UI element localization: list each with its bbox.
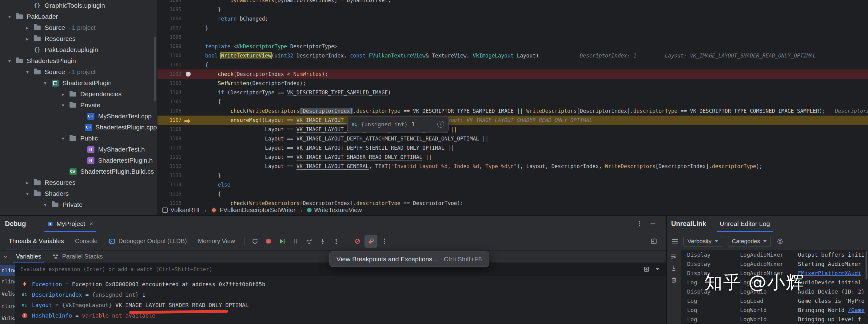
tab-debugger-output-lldb[interactable]: Debugger Output (LLDB)	[103, 232, 192, 251]
mute-breakpoints-button[interactable]	[351, 235, 364, 248]
filter-menu-icon[interactable]	[672, 239, 678, 244]
line-number[interactable]: 1110	[157, 143, 182, 153]
tab-console[interactable]: Console	[69, 232, 103, 251]
line-number[interactable]: 1103	[157, 79, 182, 88]
more-button[interactable]	[378, 235, 391, 248]
line-number[interactable]: 1098	[157, 33, 182, 42]
line-number[interactable]: 1104	[157, 88, 182, 97]
evaluate-icon[interactable]	[644, 266, 650, 272]
line-number[interactable]: 1096	[157, 14, 182, 23]
tree-item-source[interactable]: ▾Source· 1 project	[0, 66, 157, 77]
tab-threads-variables[interactable]: Threads & Variables	[3, 232, 69, 251]
line-number[interactable]: 1101	[157, 60, 182, 69]
log-row[interactable]: LogLogLoadGame class is 'MyPro	[681, 296, 866, 305]
frames-strip[interactable]: nlinednlinedVulkanlinedVulka	[0, 262, 16, 324]
tab-myproject[interactable]: MyProject ×	[42, 216, 99, 232]
chevron-right-icon[interactable]: ▸	[22, 180, 33, 186]
chevron-down-icon[interactable]: ▾	[22, 191, 33, 197]
tree-item-shadertestplugin[interactable]: ▾ShadertestPlugin	[0, 77, 157, 89]
chevron-right-icon[interactable]: ▸	[22, 25, 33, 31]
line-number[interactable]: 1116	[157, 199, 182, 205]
tree-item-resources[interactable]: ▸Resources	[0, 177, 157, 188]
line-number[interactable]: 1105	[157, 97, 182, 106]
chevron-down-icon[interactable]: ▾	[58, 136, 68, 141]
line-number[interactable]: 1111	[157, 153, 182, 162]
step-out-button[interactable]	[330, 235, 343, 248]
gear-icon[interactable]	[776, 238, 784, 245]
variable-row-exception[interactable]: Exception = Exception 0x80000003 encount…	[16, 279, 665, 289]
clear-all-icon[interactable]	[671, 277, 677, 283]
line-number[interactable]: 1114	[157, 180, 182, 189]
tree-item-pakloader-uplugin[interactable]: {}PakLoader.uplugin	[0, 44, 157, 55]
line-number[interactable]: 1109	[157, 134, 182, 143]
tab-unreal-editor-log[interactable]: Unreal Editor Log	[714, 216, 775, 232]
line-number[interactable]: 1112	[157, 162, 182, 171]
line-number[interactable]: 1094	[157, 0, 182, 5]
tree-item-shadertestplugin-build-cs[interactable]: C#ShadertestPlugin.Build.cs	[0, 166, 157, 177]
close-icon[interactable]: ×	[90, 220, 93, 227]
variable-row-hashableinfo[interactable]: HashableInfo = variable not available	[16, 310, 665, 321]
tree-item-shadertestplugin-h[interactable]: HShadertestPlugin.h	[0, 155, 157, 166]
view-breakpoints-button[interactable]	[365, 235, 377, 248]
line-number[interactable]: 1113	[157, 171, 182, 180]
tree-item-public[interactable]: ▾Public	[0, 133, 157, 144]
frame-item[interactable]: nlined	[0, 301, 16, 312]
line-number[interactable]: 1108	[157, 125, 182, 134]
tree-item-resources[interactable]: ▸Resources	[0, 33, 157, 44]
collapse-chevron-icon[interactable]	[0, 254, 10, 259]
tree-item-myshadertest-cpp[interactable]: C+MyShaderTest.cpp	[0, 111, 157, 122]
log-link[interactable]: FMixerPlatformXAudi	[798, 270, 861, 277]
log-row[interactable]: LogLogWorldBringing up level f	[681, 315, 866, 324]
line-number[interactable]: 1107	[157, 116, 182, 125]
log-row[interactable]: DisplayLogAudioMixerOutput buffers initi	[681, 250, 866, 259]
tree-scrollbar[interactable]	[154, 37, 156, 101]
soft-wrap-icon[interactable]	[671, 253, 677, 260]
tree-item-graphictools-uplugin[interactable]: {}GraphicTools.uplugin	[0, 0, 157, 11]
rerun-button[interactable]	[249, 235, 261, 248]
breadcrumb-writetextureview[interactable]: WriteTextureView	[307, 206, 362, 214]
tree-item-shadertestplugin-cpp[interactable]: C+ShadertestPlugin.cpp	[0, 122, 157, 133]
tree-item-private[interactable]: ▾Private	[0, 199, 157, 210]
scroll-to-end-icon[interactable]	[671, 265, 677, 271]
tab-parallel-stacks[interactable]: Parallel Stacks	[47, 251, 108, 263]
tab-variables[interactable]: Variables	[10, 251, 47, 263]
line-number[interactable]: 1115	[157, 189, 182, 199]
frame-item[interactable]: Vulka	[0, 288, 16, 299]
log-row[interactable]: DisplayLogAudioMixerStarting AudioMixer	[681, 259, 866, 269]
chevron-down-icon[interactable]: ▾	[40, 80, 51, 86]
tree-item-pakloader[interactable]: ▾PakLoader	[0, 11, 157, 22]
resume-button[interactable]	[276, 235, 288, 248]
line-number[interactable]: 1097	[157, 23, 182, 33]
pause-button[interactable]	[289, 235, 302, 248]
step-over-button[interactable]	[303, 235, 316, 248]
line-number[interactable]: 1100	[157, 51, 182, 60]
breadcrumb-vulkanrhi[interactable]: VulkanRHI	[162, 206, 199, 214]
stop-button[interactable]	[262, 235, 275, 248]
log-link[interactable]: /Game	[848, 307, 865, 313]
tree-item-shadertestplugin[interactable]: ▾ShadertestPlugin	[0, 55, 157, 66]
log-scrollbar[interactable]	[866, 251, 867, 280]
tree-item-source[interactable]: ▸Source· 1 project	[0, 22, 157, 33]
line-number[interactable]: 1095	[157, 5, 182, 14]
layout-settings-button[interactable]	[648, 235, 660, 248]
tree-item-shaders[interactable]: ▾Shaders	[0, 188, 157, 199]
line-number[interactable]: 1102	[157, 69, 182, 79]
chevron-down-icon[interactable]: ▾	[4, 58, 15, 64]
tree-item-dependencies[interactable]: ▸Dependencies	[0, 89, 157, 100]
tree-item-myshadertest-h[interactable]: HMyShaderTest.h	[0, 144, 157, 155]
breadcrumb-fvulkandescriptorsetwriter[interactable]: FVulkanDescriptorSetWriter	[211, 206, 296, 214]
variable-row-layout[interactable]: 01Layout = {VkImageLayout} VK_IMAGE_LAYO…	[16, 300, 665, 310]
categories-select[interactable]: Categories	[728, 236, 771, 247]
line-number[interactable]: 1106	[157, 106, 182, 116]
variable-row-descriptorindex[interactable]: 01DescriptorIndex = {unsigned int} 1	[16, 289, 665, 300]
frame-item[interactable]: nlined	[0, 276, 16, 287]
info-circle-icon[interactable]: i	[437, 121, 444, 128]
step-into-button[interactable]	[316, 235, 329, 248]
more-icon[interactable]	[634, 219, 645, 229]
code-editor[interactable]: 1094 DynamicOffsets[DynamicOffsetIndex] …	[157, 0, 868, 205]
hide-icon[interactable]	[648, 219, 658, 229]
chevron-down-icon[interactable]: ▾	[58, 102, 68, 108]
chevron-right-icon[interactable]: ▸	[58, 91, 68, 97]
chevron-down-icon[interactable]: ▾	[22, 69, 33, 75]
chevron-right-icon[interactable]: ▸	[22, 36, 33, 42]
